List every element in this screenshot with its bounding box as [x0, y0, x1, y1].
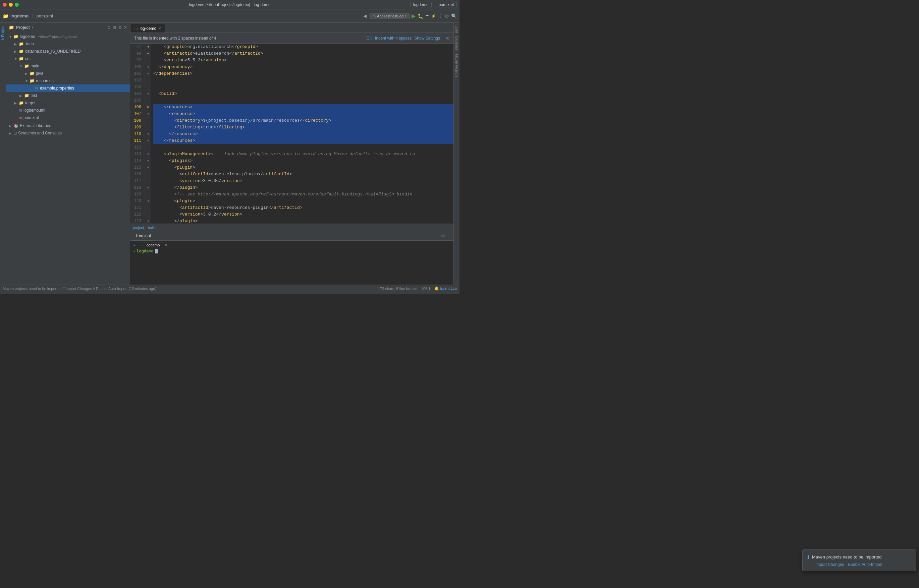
folder-icon: 📁	[19, 57, 24, 61]
folder-icon: 📁	[19, 49, 24, 53]
run-button[interactable]: ▶	[411, 13, 416, 19]
code-line-113: <pluginManagement><!-- lock down plugins…	[153, 151, 453, 158]
search-everywhere-icon[interactable]: 🔍	[451, 13, 457, 19]
folder-icon: 📁	[24, 64, 29, 68]
event-log-label: Event Log	[440, 286, 457, 290]
ok-button[interactable]: OK	[367, 36, 372, 40]
titlebar-tab2[interactable]: pom.xml	[436, 2, 457, 7]
code-line-100: </dependency>	[153, 64, 453, 70]
titlebar: logdemo pom.xml logdemo [~/IdeaProjects/…	[0, 0, 460, 10]
tree-src-folder[interactable]: ▼ 📁 src	[6, 55, 130, 62]
tree-resources-folder[interactable]: ▼ 📁 resources	[6, 77, 130, 84]
settings-icon[interactable]: ⚙	[445, 13, 449, 19]
toolbar: 📁 logdemo | pom.xml ◀ m AppTest.testLog …	[0, 10, 460, 23]
project-panel: 📁 Project ▾ ⊙ ⊟ ⚙ ✕ ▼ 📁 logdemo ~/IdeaPr…	[6, 23, 130, 284]
titlebar-title: logdemo [~/IdeaProjects/logdemo] - log-d…	[189, 2, 270, 7]
code-line-123: </plugin>	[153, 218, 453, 224]
line-numbers: 97 98 99 100 101 102 103 104 105 106 107…	[130, 44, 145, 224]
tree-example-properties[interactable]: ▶ ⚙ example.properties	[6, 84, 130, 92]
terminal-tab-logdemo[interactable]: → logdemo	[137, 242, 163, 248]
properties-file-icon: ⚙	[35, 86, 39, 90]
toolbar-project: logdemo	[10, 13, 29, 18]
notification-close-icon[interactable]: ✕	[445, 36, 450, 41]
toolbar-filename: pom.xml	[37, 13, 53, 18]
terminal-project-name: logdemo	[136, 249, 154, 254]
tree-java-folder[interactable]: ▶ 📁 java	[6, 70, 130, 77]
traffic-lights	[3, 3, 19, 7]
tree-target-folder[interactable]: ▶ 📁 target	[6, 99, 130, 107]
bottom-panel-header: Terminal ⚙ ─	[130, 231, 453, 241]
settings-icon[interactable]: ⚙	[118, 25, 122, 30]
code-line-119: <!-- see http://maven.apache.org/ref/cur…	[153, 191, 453, 198]
breadcrumb-part1[interactable]: project	[133, 226, 144, 229]
expand-icon: ▶	[9, 124, 12, 128]
run-config-label: AppTest.testLog	[377, 14, 403, 18]
show-settings-button[interactable]: Show Settings	[414, 36, 440, 40]
code-line-102	[153, 77, 453, 84]
tree-main-folder[interactable]: ▼ 📁 main	[6, 62, 130, 70]
code-line-107: <resource>	[153, 111, 453, 117]
tab-close-icon[interactable]: ✕	[158, 26, 161, 30]
checkstyle-tab-label: CheckStyle	[31, 294, 50, 294]
run-config-dropdown-icon[interactable]: ▾	[405, 14, 406, 18]
expand-icon: ▶	[14, 50, 18, 53]
chevron-down-icon[interactable]: ▾	[32, 26, 34, 29]
tree-root-label: logdemo	[20, 34, 35, 39]
checkstyle-tab[interactable]: ✓ CheckStyle	[24, 292, 52, 294]
terminal-prompt-line: → logdemo	[133, 249, 451, 254]
maven-strip-label[interactable]: Maven Projects	[454, 53, 459, 78]
close-button[interactable]	[3, 3, 7, 7]
more-button[interactable]: ⋮	[438, 13, 443, 19]
indent-with-4-spaces-button[interactable]: Indent with 4 spaces	[375, 36, 411, 40]
code-line-105	[153, 97, 453, 104]
terminal-prompt-arrow: →	[133, 249, 135, 254]
code-line-122: <version>3.0.2</version>	[153, 211, 453, 218]
editor-tab-log-demo[interactable]: m log-demo ✕	[130, 24, 165, 32]
collapse-all-icon[interactable]: ⊟	[113, 25, 116, 30]
minimize-panel-icon[interactable]: ─	[448, 233, 451, 238]
expand-icon: ▶	[14, 101, 18, 105]
editor-gutter: ◀ ◀ ◀ ◀ ◀ ● ◀ ◀ ◀ ◀ ◀ ◀	[145, 44, 150, 224]
database-strip-label[interactable]: Database	[454, 35, 459, 52]
code-editor[interactable]: 97 98 99 100 101 102 103 104 105 106 107…	[130, 44, 453, 224]
tree-root[interactable]: ▼ 📁 logdemo ~/IdeaProjects/logdemo	[6, 33, 130, 40]
build-strip-label[interactable]: Build	[454, 24, 459, 34]
expand-icon: ▼	[19, 65, 23, 68]
expand-icon: ▶	[14, 42, 18, 46]
add-terminal-tab-icon[interactable]: +	[133, 242, 136, 248]
left-sidebar-strip: 1: Project	[0, 23, 6, 284]
locate-file-icon[interactable]: ⊙	[107, 25, 111, 30]
statusbar: Maven projects need to be imported // Im…	[0, 284, 460, 292]
breadcrumb-part2[interactable]: build	[148, 226, 155, 229]
close-panel-icon[interactable]: ✕	[124, 25, 127, 30]
navigate-back-icon[interactable]: ◀	[362, 13, 367, 19]
todo-tab[interactable]: 6 TODO	[2, 292, 23, 294]
close-terminal-tab-icon[interactable]: ✕	[165, 243, 167, 247]
code-content[interactable]: <groupId>org.elasticsearch</groupId> <ar…	[150, 44, 453, 224]
event-log-button[interactable]: 🔔 Event Log	[434, 286, 457, 291]
settings-icon[interactable]: ⚙	[441, 233, 445, 238]
tree-pom-xml[interactable]: ▶ m pom.xml	[6, 114, 130, 121]
tree-iml-file[interactable]: ▶ m logdemo.iml	[6, 107, 130, 114]
profile-button[interactable]: ⚡	[431, 14, 436, 18]
tree-scratches-consoles[interactable]: ▶ ⊡ Scratches and Consoles	[6, 129, 130, 137]
project-strip-label[interactable]: 1: Project	[0, 24, 5, 42]
project-title: Project	[16, 25, 30, 30]
terminal-cursor	[155, 249, 158, 254]
tree-external-libraries[interactable]: ▶ 📚 External Libraries	[6, 122, 130, 129]
tree-test-folder[interactable]: ▶ 📁 test	[6, 92, 130, 99]
terminal-status-tab[interactable]: ⬛ Terminal	[53, 292, 78, 294]
maximize-button[interactable]	[15, 3, 19, 7]
tree-idea-folder[interactable]: ▶ 📁 .idea	[6, 40, 130, 48]
run-config-selector[interactable]: m AppTest.testLog ▾	[370, 13, 409, 19]
tree-catalina-folder[interactable]: ▶ 📁 catalina.base_IS_UNDEFINED	[6, 48, 130, 55]
expand-icon: ▼	[14, 57, 18, 61]
code-line-97: <groupId>org.elasticsearch</groupId>	[153, 44, 453, 50]
coverage-button[interactable]: ☂	[425, 14, 429, 18]
minimize-button[interactable]	[9, 3, 13, 7]
titlebar-tab1[interactable]: logdemo	[410, 2, 432, 7]
status-position[interactable]: 106:1	[421, 287, 430, 291]
terminal-tab[interactable]: Terminal	[133, 231, 153, 241]
debug-button[interactable]: 🐛	[417, 13, 423, 19]
todo-tab-label: TODO	[10, 294, 21, 294]
